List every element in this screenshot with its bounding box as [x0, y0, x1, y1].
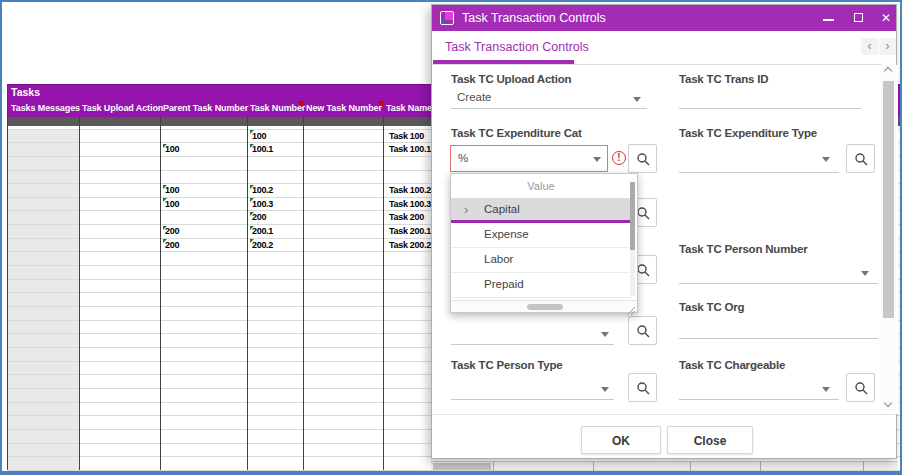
- cell-task-number[interactable]: 200.2: [249, 239, 301, 253]
- close-button[interactable]: ✕: [875, 5, 897, 31]
- cell-task-number[interactable]: 100: [249, 130, 301, 144]
- lov-option-capital[interactable]: ›Capital: [451, 198, 631, 223]
- dropdown-caret-icon[interactable]: [601, 332, 609, 337]
- dropdown-caret-icon[interactable]: [822, 157, 830, 162]
- search-icon: [636, 381, 650, 395]
- search-icon: [854, 152, 868, 166]
- column-header-parent-task-number[interactable]: Parent Task Number: [163, 100, 248, 117]
- scrollbar-tick: [593, 462, 594, 471]
- column-header-tasks-messages[interactable]: Tasks Messages: [11, 100, 80, 117]
- lov-column-header: Value: [451, 174, 631, 198]
- cell-task-number[interactable]: 100.2: [249, 184, 301, 198]
- chargeable-input[interactable]: [679, 399, 839, 400]
- org-input[interactable]: [679, 338, 878, 339]
- grid-vline: [160, 117, 161, 470]
- stored-as-text-flag-icon: [250, 239, 254, 243]
- expenditure-cat-label: Task TC Expenditure Cat: [451, 127, 582, 139]
- stored-as-text-flag-icon: [250, 212, 254, 216]
- upload-action-value[interactable]: Create: [457, 91, 492, 103]
- cell-parent-task-number[interactable]: 200: [162, 239, 244, 253]
- stored-as-text-flag-icon: [163, 239, 167, 243]
- dialog-vertical-scrollbar-thumb[interactable]: [883, 81, 894, 318]
- expenditure-cat-value: %: [458, 152, 468, 164]
- expenditure-type-search-button[interactable]: [846, 144, 875, 173]
- scrollbar-tick: [863, 462, 864, 471]
- task-transaction-controls-dialog: Task Transaction Controls ✕ Task Transac…: [431, 4, 897, 459]
- cell-task-number[interactable]: 200.1: [249, 225, 301, 239]
- stored-as-text-flag-icon: [250, 226, 254, 230]
- person-type-label: Task TC Person Type: [451, 359, 562, 371]
- horizontal-scrollbar-thumb[interactable]: [433, 463, 491, 470]
- tab-next-button[interactable]: ›: [879, 38, 896, 55]
- chargeable-label: Task TC Chargeable: [679, 359, 785, 371]
- person-number-label: Task TC Person Number: [679, 243, 808, 255]
- dropdown-caret-icon[interactable]: [601, 387, 609, 392]
- dropdown-caret-icon[interactable]: [633, 97, 641, 102]
- dropdown-caret-icon[interactable]: [593, 157, 601, 162]
- expenditure-type-input[interactable]: [679, 172, 839, 173]
- cell-parent-task-number[interactable]: 100: [162, 198, 244, 212]
- expenditure-cat-input[interactable]: %: [450, 145, 608, 172]
- maximize-button[interactable]: [848, 5, 870, 31]
- grid-vline: [303, 117, 304, 470]
- cell-task-number[interactable]: 100.1: [249, 143, 301, 157]
- lov-vertical-scrollbar[interactable]: [630, 182, 635, 296]
- chargeable-search-button[interactable]: [846, 373, 875, 402]
- lov-option-labor[interactable]: Labor: [451, 248, 631, 273]
- lov-dropdown-panel: Value ›CapitalExpenseLaborPrepaid: [450, 173, 638, 313]
- cell-parent-task-number[interactable]: 100: [162, 143, 244, 157]
- lov-horizontal-scrollbar-thumb[interactable]: [527, 304, 563, 310]
- lov-option-expense[interactable]: Expense: [451, 223, 631, 248]
- tab-prev-icon: ‹: [867, 38, 871, 53]
- stored-as-text-flag-icon: [250, 130, 254, 134]
- search-icon: [636, 152, 650, 166]
- minimize-icon: [823, 19, 834, 21]
- lov-options-list: ›CapitalExpenseLaborPrepaid: [451, 198, 631, 298]
- window-frame: [0, 471, 902, 475]
- sheet-title: Tasks: [11, 86, 40, 98]
- grid-vline: [247, 117, 248, 470]
- cell-parent-task-number[interactable]: 200: [162, 225, 244, 239]
- close-icon: ✕: [881, 11, 891, 25]
- tab-prev-button[interactable]: ‹: [861, 38, 878, 55]
- dropdown-caret-icon[interactable]: [861, 271, 869, 276]
- lov-horizontal-scrollbar[interactable]: [451, 300, 637, 312]
- cell-parent-task-number[interactable]: 100: [162, 184, 244, 198]
- dialog-titlebar[interactable]: Task Transaction Controls ✕: [432, 5, 896, 31]
- resize-grip-icon[interactable]: [626, 301, 636, 311]
- column-header-new-task-number[interactable]: New Task Number: [306, 100, 382, 117]
- stored-as-text-flag-icon: [163, 226, 167, 230]
- stored-as-text-flag-icon: [250, 198, 254, 202]
- person-number-input[interactable]: [679, 283, 878, 284]
- cell-task-number[interactable]: 200: [249, 211, 301, 225]
- trans-id-input[interactable]: [679, 108, 861, 109]
- upload-action-label: Task TC Upload Action: [451, 73, 571, 85]
- hidden-field-input[interactable]: [451, 344, 614, 345]
- scroll-up-icon[interactable]: [884, 67, 892, 75]
- dropdown-caret-icon[interactable]: [822, 387, 830, 392]
- expenditure-cat-search-button[interactable]: [628, 144, 657, 173]
- horizontal-scrollbar[interactable]: [431, 461, 898, 470]
- cell-task-number[interactable]: 100.3: [249, 198, 301, 212]
- tab-task-transaction-controls[interactable]: Task Transaction Controls: [445, 40, 589, 54]
- lov-option-label: Expense: [484, 228, 529, 240]
- column-header-task-upload-action[interactable]: Task Upload Action: [82, 100, 163, 117]
- person-type-search-button[interactable]: [628, 373, 657, 402]
- ok-button[interactable]: OK: [581, 426, 661, 454]
- lov-option-label: Labor: [484, 253, 513, 265]
- column-header-task-name[interactable]: Task Name: [386, 100, 432, 117]
- lov-option-prepaid[interactable]: Prepaid: [451, 273, 631, 298]
- minimize-button[interactable]: [818, 5, 840, 31]
- dialog-vertical-scrollbar[interactable]: [881, 63, 896, 411]
- hidden-field-search-button[interactable]: [628, 316, 657, 345]
- lov-option-label: Capital: [484, 203, 520, 215]
- person-type-input[interactable]: [451, 399, 614, 400]
- scroll-down-icon[interactable]: [884, 399, 892, 407]
- maximize-icon: [854, 13, 863, 22]
- search-icon: [854, 381, 868, 395]
- grid-vline: [383, 117, 384, 470]
- lov-vertical-scrollbar-thumb[interactable]: [630, 182, 635, 250]
- close-dialog-button[interactable]: Close: [667, 426, 753, 454]
- comment-flag-icon: [377, 101, 383, 107]
- upload-action-input[interactable]: [451, 108, 647, 109]
